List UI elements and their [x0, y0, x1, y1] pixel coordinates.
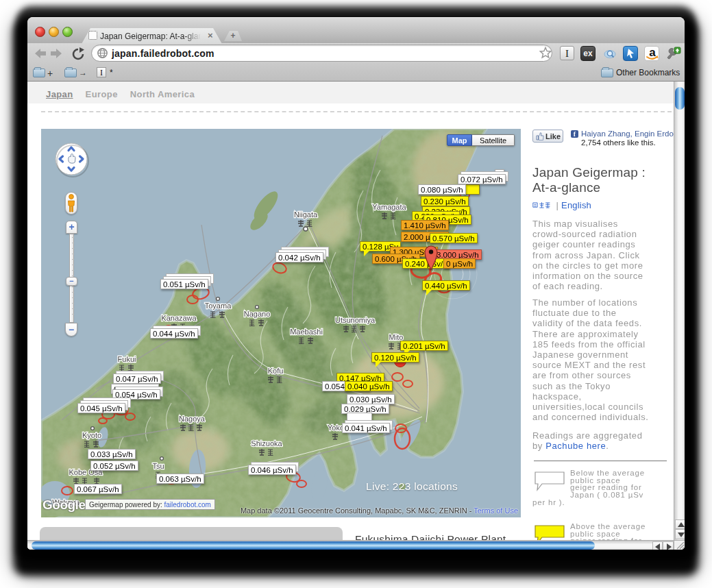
svg-text:Maebashi: Maebashi: [290, 328, 323, 336]
svg-text:Fukui: Fukui: [118, 355, 136, 363]
svg-text:Toyama: Toyama: [205, 302, 232, 310]
svg-text:Yamagata: Yamagata: [372, 203, 406, 211]
svg-text:Kyoto: Kyoto: [82, 431, 101, 439]
svg-text:Kanazawa: Kanazawa: [161, 314, 197, 322]
svg-text:Nagoya: Nagoya: [179, 415, 206, 423]
svg-text:Niigata: Niigata: [294, 210, 318, 219]
svg-text:Utsunomiya: Utsunomiya: [335, 316, 376, 324]
svg-text:Nagano: Nagano: [244, 310, 271, 318]
svg-text:Tsu: Tsu: [152, 462, 164, 470]
svg-text:Kofu: Kofu: [268, 367, 284, 375]
svg-text:Shizuoka: Shizuoka: [251, 439, 282, 448]
